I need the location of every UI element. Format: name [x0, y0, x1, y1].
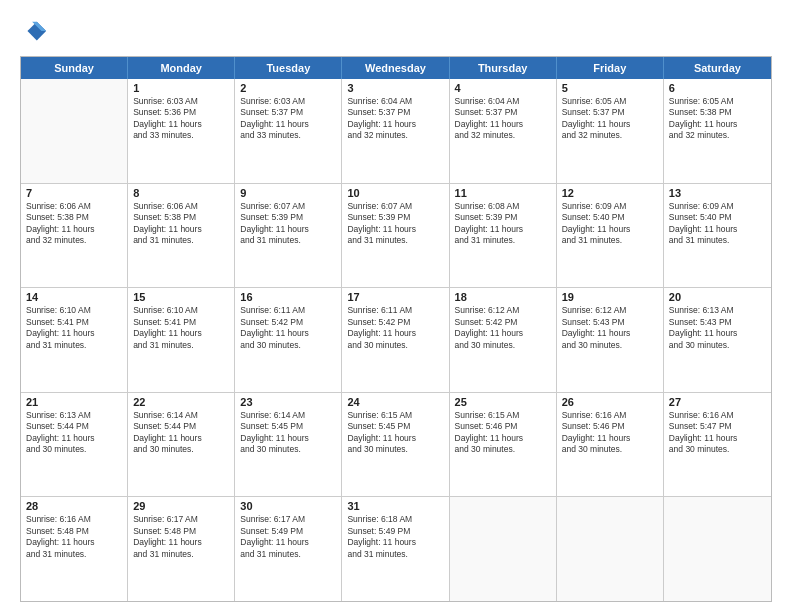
cell-info: Sunrise: 6:15 AMSunset: 5:46 PMDaylight:…	[455, 410, 551, 456]
calendar-cell: 20Sunrise: 6:13 AMSunset: 5:43 PMDayligh…	[664, 288, 771, 392]
calendar-cell: 21Sunrise: 6:13 AMSunset: 5:44 PMDayligh…	[21, 393, 128, 497]
day-number: 14	[26, 291, 122, 303]
calendar-cell: 29Sunrise: 6:17 AMSunset: 5:48 PMDayligh…	[128, 497, 235, 601]
cell-info: Sunrise: 6:06 AMSunset: 5:38 PMDaylight:…	[133, 201, 229, 247]
calendar: SundayMondayTuesdayWednesdayThursdayFrid…	[20, 56, 772, 602]
calendar-cell	[557, 497, 664, 601]
calendar-cell: 15Sunrise: 6:10 AMSunset: 5:41 PMDayligh…	[128, 288, 235, 392]
header	[20, 18, 772, 46]
cell-info: Sunrise: 6:08 AMSunset: 5:39 PMDaylight:…	[455, 201, 551, 247]
header-day: Thursday	[450, 57, 557, 79]
calendar-cell: 30Sunrise: 6:17 AMSunset: 5:49 PMDayligh…	[235, 497, 342, 601]
cell-info: Sunrise: 6:03 AMSunset: 5:37 PMDaylight:…	[240, 96, 336, 142]
cell-info: Sunrise: 6:18 AMSunset: 5:49 PMDaylight:…	[347, 514, 443, 560]
day-number: 27	[669, 396, 766, 408]
day-number: 4	[455, 82, 551, 94]
cell-info: Sunrise: 6:05 AMSunset: 5:37 PMDaylight:…	[562, 96, 658, 142]
calendar-row: 14Sunrise: 6:10 AMSunset: 5:41 PMDayligh…	[21, 288, 771, 393]
day-number: 9	[240, 187, 336, 199]
calendar-cell: 12Sunrise: 6:09 AMSunset: 5:40 PMDayligh…	[557, 184, 664, 288]
cell-info: Sunrise: 6:11 AMSunset: 5:42 PMDaylight:…	[240, 305, 336, 351]
calendar-cell: 4Sunrise: 6:04 AMSunset: 5:37 PMDaylight…	[450, 79, 557, 183]
day-number: 22	[133, 396, 229, 408]
calendar-body: 1Sunrise: 6:03 AMSunset: 5:36 PMDaylight…	[21, 79, 771, 601]
calendar-cell: 17Sunrise: 6:11 AMSunset: 5:42 PMDayligh…	[342, 288, 449, 392]
calendar-cell: 5Sunrise: 6:05 AMSunset: 5:37 PMDaylight…	[557, 79, 664, 183]
cell-info: Sunrise: 6:03 AMSunset: 5:36 PMDaylight:…	[133, 96, 229, 142]
calendar-row: 1Sunrise: 6:03 AMSunset: 5:36 PMDaylight…	[21, 79, 771, 184]
day-number: 19	[562, 291, 658, 303]
day-number: 16	[240, 291, 336, 303]
calendar-cell: 24Sunrise: 6:15 AMSunset: 5:45 PMDayligh…	[342, 393, 449, 497]
header-day: Tuesday	[235, 57, 342, 79]
cell-info: Sunrise: 6:17 AMSunset: 5:48 PMDaylight:…	[133, 514, 229, 560]
cell-info: Sunrise: 6:16 AMSunset: 5:46 PMDaylight:…	[562, 410, 658, 456]
day-number: 21	[26, 396, 122, 408]
day-number: 20	[669, 291, 766, 303]
day-number: 8	[133, 187, 229, 199]
logo-icon	[20, 18, 48, 46]
day-number: 15	[133, 291, 229, 303]
cell-info: Sunrise: 6:06 AMSunset: 5:38 PMDaylight:…	[26, 201, 122, 247]
header-day: Wednesday	[342, 57, 449, 79]
day-number: 28	[26, 500, 122, 512]
cell-info: Sunrise: 6:09 AMSunset: 5:40 PMDaylight:…	[562, 201, 658, 247]
cell-info: Sunrise: 6:17 AMSunset: 5:49 PMDaylight:…	[240, 514, 336, 560]
cell-info: Sunrise: 6:14 AMSunset: 5:44 PMDaylight:…	[133, 410, 229, 456]
day-number: 24	[347, 396, 443, 408]
cell-info: Sunrise: 6:13 AMSunset: 5:43 PMDaylight:…	[669, 305, 766, 351]
cell-info: Sunrise: 6:16 AMSunset: 5:48 PMDaylight:…	[26, 514, 122, 560]
day-number: 30	[240, 500, 336, 512]
day-number: 17	[347, 291, 443, 303]
calendar-row: 21Sunrise: 6:13 AMSunset: 5:44 PMDayligh…	[21, 393, 771, 498]
calendar-cell: 22Sunrise: 6:14 AMSunset: 5:44 PMDayligh…	[128, 393, 235, 497]
calendar-cell: 6Sunrise: 6:05 AMSunset: 5:38 PMDaylight…	[664, 79, 771, 183]
cell-info: Sunrise: 6:15 AMSunset: 5:45 PMDaylight:…	[347, 410, 443, 456]
cell-info: Sunrise: 6:13 AMSunset: 5:44 PMDaylight:…	[26, 410, 122, 456]
day-number: 6	[669, 82, 766, 94]
header-day: Saturday	[664, 57, 771, 79]
cell-info: Sunrise: 6:10 AMSunset: 5:41 PMDaylight:…	[26, 305, 122, 351]
calendar-row: 7Sunrise: 6:06 AMSunset: 5:38 PMDaylight…	[21, 184, 771, 289]
calendar-cell: 9Sunrise: 6:07 AMSunset: 5:39 PMDaylight…	[235, 184, 342, 288]
day-number: 12	[562, 187, 658, 199]
cell-info: Sunrise: 6:04 AMSunset: 5:37 PMDaylight:…	[455, 96, 551, 142]
day-number: 7	[26, 187, 122, 199]
calendar-cell: 25Sunrise: 6:15 AMSunset: 5:46 PMDayligh…	[450, 393, 557, 497]
header-day: Sunday	[21, 57, 128, 79]
day-number: 1	[133, 82, 229, 94]
calendar-cell: 18Sunrise: 6:12 AMSunset: 5:42 PMDayligh…	[450, 288, 557, 392]
calendar-row: 28Sunrise: 6:16 AMSunset: 5:48 PMDayligh…	[21, 497, 771, 601]
cell-info: Sunrise: 6:05 AMSunset: 5:38 PMDaylight:…	[669, 96, 766, 142]
calendar-cell: 3Sunrise: 6:04 AMSunset: 5:37 PMDaylight…	[342, 79, 449, 183]
day-number: 31	[347, 500, 443, 512]
cell-info: Sunrise: 6:11 AMSunset: 5:42 PMDaylight:…	[347, 305, 443, 351]
cell-info: Sunrise: 6:09 AMSunset: 5:40 PMDaylight:…	[669, 201, 766, 247]
calendar-cell: 1Sunrise: 6:03 AMSunset: 5:36 PMDaylight…	[128, 79, 235, 183]
calendar-cell: 23Sunrise: 6:14 AMSunset: 5:45 PMDayligh…	[235, 393, 342, 497]
page: SundayMondayTuesdayWednesdayThursdayFrid…	[0, 0, 792, 612]
calendar-cell: 14Sunrise: 6:10 AMSunset: 5:41 PMDayligh…	[21, 288, 128, 392]
day-number: 11	[455, 187, 551, 199]
calendar-cell	[664, 497, 771, 601]
calendar-cell	[450, 497, 557, 601]
calendar-cell: 13Sunrise: 6:09 AMSunset: 5:40 PMDayligh…	[664, 184, 771, 288]
logo	[20, 18, 52, 46]
header-day: Friday	[557, 57, 664, 79]
day-number: 2	[240, 82, 336, 94]
cell-info: Sunrise: 6:04 AMSunset: 5:37 PMDaylight:…	[347, 96, 443, 142]
day-number: 29	[133, 500, 229, 512]
header-day: Monday	[128, 57, 235, 79]
calendar-cell	[21, 79, 128, 183]
day-number: 13	[669, 187, 766, 199]
calendar-header: SundayMondayTuesdayWednesdayThursdayFrid…	[21, 57, 771, 79]
calendar-cell: 8Sunrise: 6:06 AMSunset: 5:38 PMDaylight…	[128, 184, 235, 288]
calendar-cell: 31Sunrise: 6:18 AMSunset: 5:49 PMDayligh…	[342, 497, 449, 601]
calendar-cell: 26Sunrise: 6:16 AMSunset: 5:46 PMDayligh…	[557, 393, 664, 497]
cell-info: Sunrise: 6:14 AMSunset: 5:45 PMDaylight:…	[240, 410, 336, 456]
day-number: 23	[240, 396, 336, 408]
calendar-cell: 7Sunrise: 6:06 AMSunset: 5:38 PMDaylight…	[21, 184, 128, 288]
cell-info: Sunrise: 6:07 AMSunset: 5:39 PMDaylight:…	[240, 201, 336, 247]
day-number: 18	[455, 291, 551, 303]
calendar-cell: 28Sunrise: 6:16 AMSunset: 5:48 PMDayligh…	[21, 497, 128, 601]
